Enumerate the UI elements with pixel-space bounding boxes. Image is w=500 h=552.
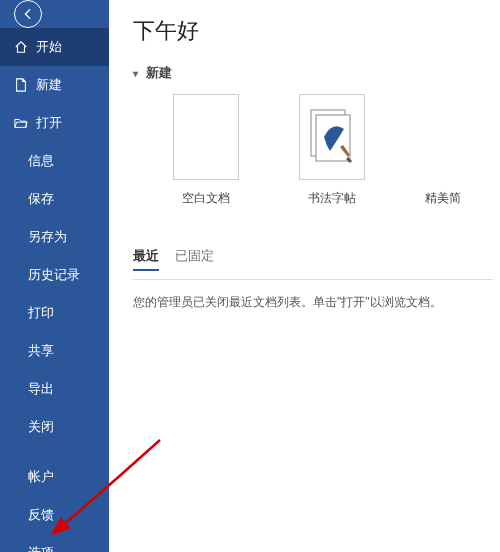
nav-print[interactable]: 打印 (0, 294, 109, 332)
nav-print-label: 打印 (28, 305, 54, 320)
nav-info-label: 信息 (28, 153, 54, 168)
template-elegant[interactable]: 精美简 (425, 94, 461, 207)
tab-pinned-label: 已固定 (175, 248, 214, 263)
nav-new[interactable]: 新建 (0, 66, 109, 104)
home-icon (14, 40, 28, 54)
calligraphy-icon (310, 109, 354, 165)
back-arrow-icon (21, 7, 35, 21)
template-calligraphy[interactable]: 书法字帖 (299, 94, 365, 207)
chevron-down-icon: ▾ (133, 68, 138, 79)
nav-close[interactable]: 关闭 (0, 408, 109, 446)
main-panel: 下午好 ▾ 新建 空白文档 书法字帖 精美简 (109, 0, 500, 552)
recent-empty-message: 您的管理员已关闭最近文档列表。单击"打开"以浏览文档。 (133, 294, 500, 311)
nav-export-label: 导出 (28, 381, 54, 396)
nav-account[interactable]: 帐户 (0, 458, 109, 496)
nav-home-label: 开始 (36, 38, 62, 56)
nav-save[interactable]: 保存 (0, 180, 109, 218)
template-blank-thumb (173, 94, 239, 180)
back-row (0, 0, 109, 28)
nav-save-as[interactable]: 另存为 (0, 218, 109, 256)
tab-recent[interactable]: 最近 (133, 247, 159, 271)
nav-options[interactable]: 选项 (0, 534, 109, 552)
section-new-label: 新建 (146, 64, 172, 82)
nav-new-label: 新建 (36, 76, 62, 94)
back-button[interactable] (14, 0, 42, 28)
nav-feedback-label: 反馈 (28, 507, 54, 522)
nav-history-label: 历史记录 (28, 267, 80, 282)
nav-feedback[interactable]: 反馈 (0, 496, 109, 534)
nav-share-label: 共享 (28, 343, 54, 358)
folder-open-icon (14, 116, 28, 130)
templates-row: 空白文档 书法字帖 精美简 (173, 94, 500, 207)
template-blank[interactable]: 空白文档 (173, 94, 239, 207)
sidebar: 开始 新建 打开 信息 保存 另存为 历史记录 打印 共享 导出 关闭 帐户 反… (0, 0, 109, 552)
greeting: 下午好 (133, 16, 500, 46)
document-icon (14, 78, 28, 92)
tabs-underline (133, 279, 493, 280)
tab-recent-label: 最近 (133, 248, 159, 263)
nav-save-as-label: 另存为 (28, 229, 67, 244)
nav-info[interactable]: 信息 (0, 142, 109, 180)
nav-open[interactable]: 打开 (0, 104, 109, 142)
nav-share[interactable]: 共享 (0, 332, 109, 370)
template-calligraphy-thumb (299, 94, 365, 180)
nav-export[interactable]: 导出 (0, 370, 109, 408)
nav-open-label: 打开 (36, 114, 62, 132)
nav-save-label: 保存 (28, 191, 54, 206)
nav-history[interactable]: 历史记录 (0, 256, 109, 294)
recent-tabs: 最近 已固定 (133, 247, 500, 271)
template-blank-label: 空白文档 (182, 190, 230, 207)
template-elegant-thumb (438, 94, 448, 180)
template-elegant-label: 精美简 (425, 190, 461, 207)
nav-options-label: 选项 (28, 545, 54, 552)
nav-account-label: 帐户 (28, 469, 54, 484)
tab-pinned[interactable]: 已固定 (175, 247, 214, 271)
template-calligraphy-label: 书法字帖 (308, 190, 356, 207)
nav-close-label: 关闭 (28, 419, 54, 434)
nav-home[interactable]: 开始 (0, 28, 109, 66)
section-new-header[interactable]: ▾ 新建 (133, 64, 500, 82)
